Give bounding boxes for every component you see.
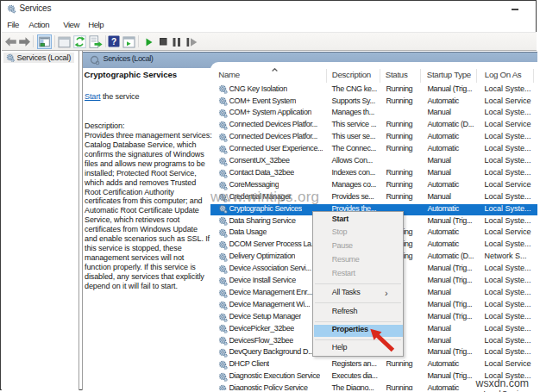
- svg-text:?: ?: [111, 37, 116, 47]
